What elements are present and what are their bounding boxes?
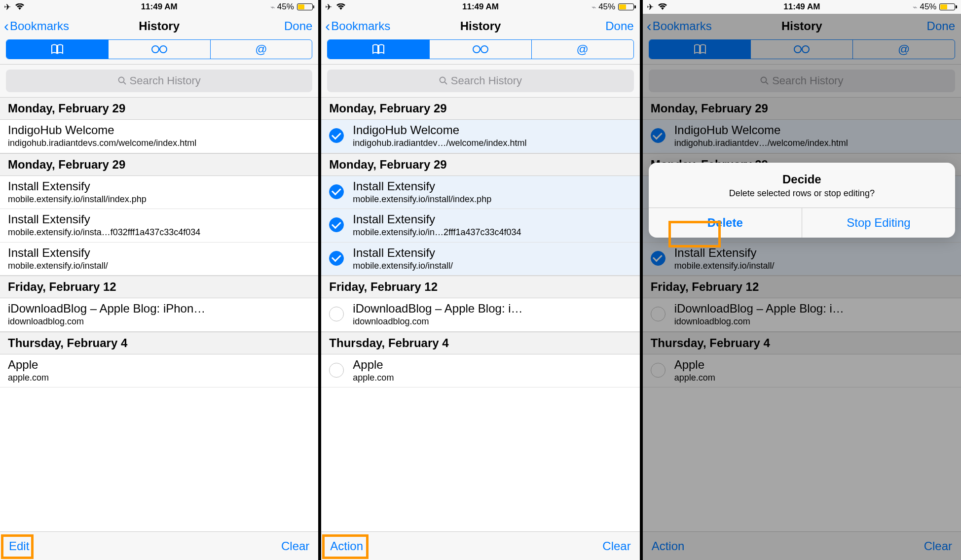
book-icon: [371, 44, 386, 55]
back-button[interactable]: ‹ Bookmarks: [325, 19, 390, 34]
toolbar: Action Clear: [321, 531, 639, 560]
back-button[interactable]: ‹ Bookmarks: [4, 19, 69, 34]
page-title: History: [139, 19, 180, 33]
section-header: Friday, February 12: [0, 276, 318, 298]
history-row[interactable]: Appleapple.com: [321, 354, 639, 388]
svg-line-4: [123, 82, 126, 85]
search-input[interactable]: Search History: [6, 70, 312, 92]
section-header: Friday, February 12: [321, 276, 639, 298]
search-icon: [118, 76, 127, 85]
svg-point-6: [481, 46, 488, 53]
clear-button[interactable]: Clear: [281, 539, 309, 553]
search-placeholder: Search History: [130, 74, 201, 87]
svg-point-1: [160, 46, 167, 53]
navigation-bar: ‹ Bookmarks History Done @: [321, 14, 639, 65]
wifi-icon: [15, 3, 25, 10]
section-header: Thursday, February 4: [0, 332, 318, 354]
search-container: Search History: [0, 65, 318, 97]
status-time: 11:49 AM: [462, 2, 499, 12]
done-button[interactable]: Done: [284, 19, 312, 33]
battery-percent: 45%: [598, 2, 615, 12]
battery-icon: [938, 3, 957, 10]
tab-bookmarks[interactable]: [328, 40, 429, 59]
history-list[interactable]: Monday, February 29 IndigoHub Welcomeind…: [321, 97, 639, 531]
svg-point-0: [152, 46, 159, 53]
battery-icon: [617, 3, 636, 10]
search-container: Search History: [321, 65, 639, 97]
wifi-icon: [658, 3, 667, 10]
phone-screen-2: ✈ 11:49 AM ⌁ 45% ‹ Bookmarks History Don…: [321, 0, 639, 560]
history-row[interactable]: Appleapple.com: [0, 354, 318, 388]
bluetooth-icon: ⌁: [270, 2, 275, 12]
at-icon: @: [255, 42, 267, 56]
row-checkbox[interactable]: [329, 307, 344, 321]
section-header: Monday, February 29: [0, 153, 318, 176]
alert-dialog: Decide Delete selected rows or stop edit…: [649, 163, 955, 238]
clear-button[interactable]: Clear: [602, 539, 630, 553]
toolbar: Edit Clear: [0, 531, 318, 560]
at-icon: @: [577, 42, 589, 56]
page-title: History: [460, 19, 501, 33]
segmented-control: @: [6, 39, 312, 59]
status-time: 11:49 AM: [783, 2, 820, 12]
back-label: Bookmarks: [10, 19, 69, 33]
navigation-bar: ‹ Bookmarks History Done @: [0, 14, 318, 65]
search-input[interactable]: Search History: [327, 70, 633, 92]
row-checkbox[interactable]: [329, 128, 344, 143]
history-row[interactable]: Install Extensifymobile.extensify.io/ins…: [0, 176, 318, 210]
history-row[interactable]: IndigoHub Welcomeindigohub.iradiantdev…/…: [321, 120, 639, 153]
svg-point-5: [473, 46, 480, 53]
glasses-icon: [472, 44, 489, 54]
battery-percent: 45%: [277, 2, 294, 12]
airplane-mode-icon: ✈: [4, 2, 11, 12]
alert-delete-button[interactable]: Delete: [649, 208, 802, 238]
glasses-icon: [150, 44, 168, 54]
tab-shared-links[interactable]: @: [531, 40, 633, 59]
svg-point-8: [440, 77, 445, 83]
action-button[interactable]: Action: [330, 539, 363, 553]
status-time: 11:49 AM: [141, 2, 178, 12]
history-row[interactable]: Install Extensifymobile.extensify.io/ins…: [321, 243, 639, 276]
tab-reading-list[interactable]: [429, 40, 531, 59]
section-header: Monday, February 29: [321, 97, 639, 120]
chevron-left-icon: ‹: [4, 19, 9, 34]
tab-bookmarks[interactable]: [6, 40, 108, 59]
section-header: Monday, February 29: [321, 153, 639, 176]
search-icon: [439, 76, 448, 85]
book-icon: [50, 44, 65, 55]
section-header: Thursday, February 4: [321, 332, 639, 354]
history-row[interactable]: Install Extensifymobile.extensify.io/ins…: [0, 243, 318, 276]
airplane-mode-icon: ✈: [325, 2, 332, 12]
history-row[interactable]: Install Extensifymobile.extensify.io/ins…: [0, 209, 318, 243]
phone-screen-1: ✈ 11:49 AM ⌁ 45% ‹ Bookmarks History Don…: [0, 0, 318, 560]
segmented-control: @: [327, 39, 633, 59]
row-checkbox[interactable]: [329, 184, 344, 199]
svg-point-3: [118, 77, 124, 83]
battery-percent: 45%: [920, 2, 936, 12]
search-placeholder: Search History: [451, 74, 522, 87]
row-checkbox[interactable]: [329, 217, 344, 232]
alert-message: Delete selected rows or stop editing?: [661, 188, 943, 199]
battery-icon: [296, 3, 315, 10]
history-row[interactable]: iDownloadBlog – Apple Blog: i…idownloadb…: [321, 298, 639, 332]
row-checkbox[interactable]: [329, 251, 344, 266]
history-row[interactable]: Install Extensifymobile.extensify.io/in……: [321, 209, 639, 243]
wifi-icon: [336, 3, 346, 10]
history-row[interactable]: Install Extensifymobile.extensify.io/ins…: [321, 176, 639, 210]
status-bar: ✈ 11:49 AM ⌁ 45%: [321, 0, 639, 14]
alert-stop-editing-button[interactable]: Stop Editing: [802, 208, 955, 238]
status-bar: ✈ 11:49 AM ⌁ 45%: [643, 0, 961, 14]
alert-title: Decide: [661, 173, 943, 186]
bluetooth-icon: ⌁: [591, 2, 596, 12]
tab-reading-list[interactable]: [108, 40, 210, 59]
svg-line-9: [444, 82, 447, 85]
back-label: Bookmarks: [331, 19, 390, 33]
history-list[interactable]: Monday, February 29 IndigoHub Welcomeind…: [0, 97, 318, 531]
row-checkbox[interactable]: [329, 363, 344, 378]
done-button[interactable]: Done: [605, 19, 633, 33]
tab-shared-links[interactable]: @: [210, 40, 312, 59]
edit-button[interactable]: Edit: [9, 539, 29, 553]
section-header: Monday, February 29: [0, 97, 318, 120]
history-row[interactable]: IndigoHub Welcomeindigohub.iradiantdevs.…: [0, 120, 318, 153]
history-row[interactable]: iDownloadBlog – Apple Blog: iPhon…idownl…: [0, 298, 318, 332]
